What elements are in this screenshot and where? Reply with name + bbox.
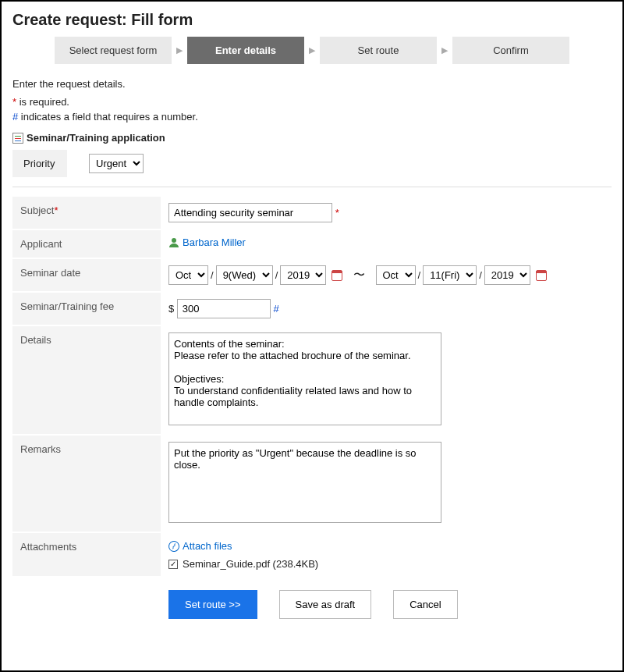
step-confirm[interactable]: Confirm [452,37,569,64]
attachment-filename: Seminar_Guide.pdf (238.4KB) [183,558,318,570]
step-enter-details[interactable]: Enter details [187,37,304,64]
save-draft-button[interactable]: Save as draft [279,590,372,619]
priority-select[interactable]: Urgent [89,154,144,173]
chevron-right-icon: ▶ [176,45,183,55]
step-select-form[interactable]: Select request form [55,37,172,64]
to-year-select[interactable]: 2019 [484,265,530,285]
seminar-date-label: Seminar date [12,258,161,292]
attachments-label: Attachments [12,532,161,577]
remarks-label: Remarks [12,435,161,532]
priority-label: Priority [12,150,67,177]
required-note: * is required. [12,96,612,108]
applicant-label: Applicant [12,229,161,258]
fee-label: Seminar/Training fee [12,292,161,325]
remarks-textarea[interactable] [168,442,441,523]
paperclip-icon: ⌇ [166,539,181,553]
currency-symbol: $ [168,303,174,315]
details-textarea[interactable] [168,332,441,425]
fee-input[interactable] [177,299,271,318]
details-label: Details [12,325,161,435]
subject-label: Subject* [12,197,161,229]
set-route-button[interactable]: Set route >> [168,590,257,619]
calendar-icon[interactable] [536,270,547,281]
number-mark: # [273,303,278,315]
calendar-icon[interactable] [332,270,342,281]
from-year-select[interactable]: 2019 [280,265,326,285]
date-range-separator: 〜 [353,268,365,281]
person-icon [168,237,179,248]
subject-input[interactable] [168,203,332,222]
stepper: Select request form ▶ Enter details ▶ Se… [12,37,612,64]
page-title: Create request: Fill form [12,11,612,29]
number-note: # indicates a field that requires a numb… [12,111,612,123]
form-icon [12,133,23,144]
divider [12,187,612,187]
from-day-select[interactable]: 9(Wed) [216,265,273,285]
attach-files-link[interactable]: ⌇ Attach files [168,540,232,552]
from-month-select[interactable]: Oct [168,265,208,285]
to-month-select[interactable]: Oct [376,265,416,285]
required-mark: * [335,207,339,219]
applicant-link[interactable]: Barbara Miller [168,236,246,248]
chevron-right-icon: ▶ [441,45,448,55]
step-set-route[interactable]: Set route [320,37,437,64]
attachment-checkbox[interactable]: ✓ [168,560,178,569]
intro-text: Enter the request details. [12,78,612,90]
chevron-right-icon: ▶ [309,45,315,55]
section-title: Seminar/Training application [12,132,612,144]
cancel-button[interactable]: Cancel [393,590,457,619]
to-day-select[interactable]: 11(Fri) [423,265,477,285]
svg-point-0 [172,238,176,243]
